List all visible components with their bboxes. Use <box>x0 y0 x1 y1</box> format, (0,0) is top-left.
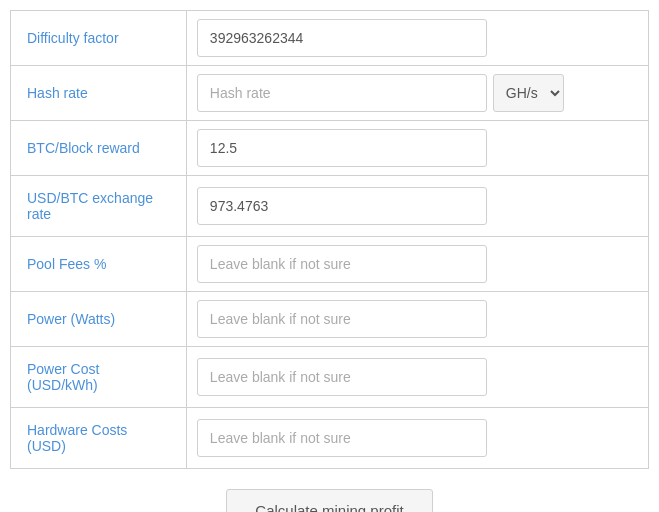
table-row: USD/BTC exchange rate <box>11 176 649 237</box>
label-power-cost: Power Cost (USD/kWh) <box>11 347 187 408</box>
table-row: Pool Fees % <box>11 237 649 292</box>
extra-cell <box>574 347 649 408</box>
input-usd-btc-exchange[interactable] <box>197 187 487 225</box>
extra-cell <box>574 176 649 237</box>
calculate-button[interactable]: Calculate mining profit <box>226 489 432 512</box>
input-cell-hardware-costs <box>186 408 574 469</box>
label-usd-btc-exchange: USD/BTC exchange rate <box>11 176 187 237</box>
extra-cell <box>574 292 649 347</box>
label-hardware-costs: Hardware Costs (USD) <box>11 408 187 469</box>
extra-cell <box>574 11 649 66</box>
label-power-watts: Power (Watts) <box>11 292 187 347</box>
input-btc-block-reward[interactable] <box>197 129 487 167</box>
table-row: Hardware Costs (USD) <box>11 408 649 469</box>
input-cell-power-watts <box>186 292 574 347</box>
table-row: Hash rateGH/sTH/sMH/sKH/s <box>11 66 649 121</box>
input-cell-power-cost <box>186 347 574 408</box>
input-power-watts[interactable] <box>197 300 487 338</box>
input-pool-fees[interactable] <box>197 245 487 283</box>
extra-cell <box>574 237 649 292</box>
input-cell-difficulty-factor <box>186 11 574 66</box>
label-difficulty-factor: Difficulty factor <box>11 11 187 66</box>
table-row: BTC/Block reward <box>11 121 649 176</box>
input-cell-btc-block-reward <box>186 121 574 176</box>
table-row: Power (Watts) <box>11 292 649 347</box>
extra-cell <box>574 408 649 469</box>
label-hash-rate: Hash rate <box>11 66 187 121</box>
input-cell-usd-btc-exchange <box>186 176 574 237</box>
table-row: Power Cost (USD/kWh) <box>11 347 649 408</box>
label-pool-fees: Pool Fees % <box>11 237 187 292</box>
input-power-cost[interactable] <box>197 358 487 396</box>
input-difficulty-factor[interactable] <box>197 19 487 57</box>
label-btc-block-reward: BTC/Block reward <box>11 121 187 176</box>
input-hardware-costs[interactable] <box>197 419 487 457</box>
input-hash-rate[interactable] <box>197 74 487 112</box>
extra-cell <box>574 66 649 121</box>
input-cell-hash-rate: GH/sTH/sMH/sKH/s <box>186 66 574 121</box>
extra-cell <box>574 121 649 176</box>
table-row: Difficulty factor <box>11 11 649 66</box>
hash-rate-group: GH/sTH/sMH/sKH/s <box>197 74 564 112</box>
input-cell-pool-fees <box>186 237 574 292</box>
hash-rate-unit-select[interactable]: GH/sTH/sMH/sKH/s <box>493 74 564 112</box>
button-row: Calculate mining profit <box>10 469 649 512</box>
mining-calculator-form: Difficulty factorHash rateGH/sTH/sMH/sKH… <box>10 10 649 469</box>
